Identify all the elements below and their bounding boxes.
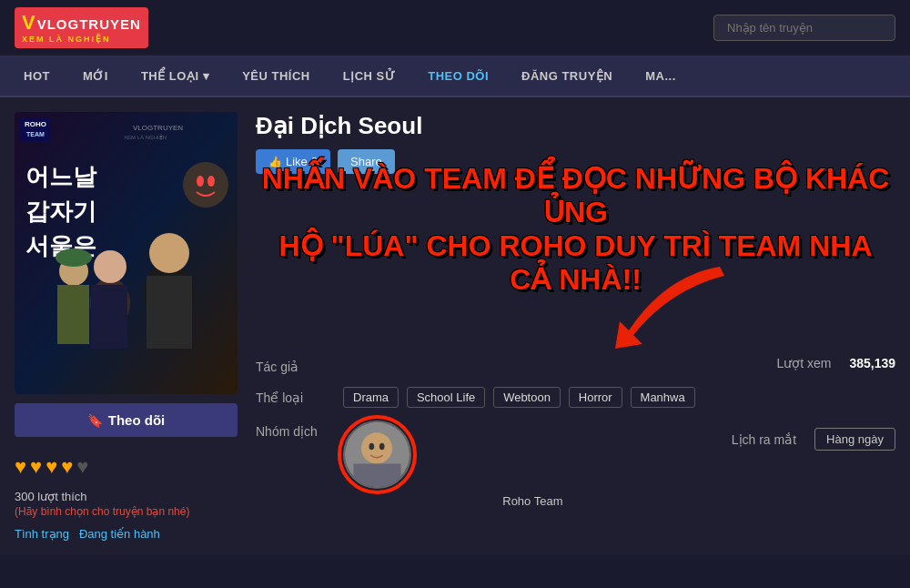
roho-badge: ROHO TEAM [20,117,51,140]
svg-rect-6 [147,276,192,349]
svg-text:VLOGTRUYEN: VLOGTRUYEN [133,124,183,132]
manga-title: Đại Dịch Seoul [256,112,895,140]
manga-cover: ROHO TEAM 어느날 갑자기 서울은 [15,112,238,394]
team-name: Roho Team [349,494,717,508]
left-panel: ROHO TEAM 어느날 갑자기 서울은 [15,112,238,541]
svg-point-8 [94,250,126,283]
right-panel: Đại Dịch Seoul 👍 Like 0 Share NHẤN VÀO T… [256,112,895,541]
nav-the-loai[interactable]: THỂ LOẠI ▾ [125,56,226,96]
tag-webtoon[interactable]: Webtoon [493,387,561,408]
info-section: Tác giả Lượt xem 385,139 Thể loại Drama … [256,356,895,508]
navigation: HOT MỚI THỂ LOẠI ▾ YÊU THÍCH LỊCH SỬ THE… [0,56,910,97]
nav-moi[interactable]: MỚI [66,56,125,96]
nhom-dich-area: Roho Team [343,421,717,508]
svg-point-19 [361,433,392,464]
luot-xem-value: 385,139 [849,356,895,370]
tac-gia-row: Tác giả Lượt xem 385,139 [256,356,895,374]
logo-main-text: VLOGTRUYEN [37,16,141,32]
nav-ma[interactable]: MA... [629,56,693,96]
svg-rect-12 [57,285,89,344]
nav-theo-doi[interactable]: THEO DÕI [411,56,505,96]
nav-hot[interactable]: HOT [7,56,66,96]
the-loai-row: Thể loại Drama School Life Webtoon Horro… [256,387,895,408]
nav-dang-truyen[interactable]: ĐĂNG TRUYỆN [505,56,629,96]
search-input[interactable] [713,15,895,41]
cover-svg: 어느날 갑자기 서울은 [15,112,238,394]
lich-ra-mat-label: Lịch ra mắt [732,432,796,447]
tac-gia-label: Tác giả [256,356,329,374]
svg-point-5 [149,233,189,273]
svg-point-13 [183,162,228,208]
share-button[interactable]: Share [338,149,395,174]
svg-point-21 [379,443,385,451]
svg-rect-9 [91,285,127,349]
theo-doi-button[interactable]: 🔖 Theo dõi [15,403,238,437]
svg-point-14 [197,176,204,187]
team-avatar-inner [345,422,410,487]
avatar-svg [345,421,410,489]
logo-v: V [22,11,35,34]
svg-text:갑자기: 갑자기 [25,198,96,225]
star-2[interactable]: ♥ [30,455,42,479]
svg-text:어느날: 어느날 [25,163,97,190]
nhom-dich-label: Nhóm dịch [256,421,329,439]
bookmark-icon: 🔖 [87,413,103,428]
nav-lich-su[interactable]: LỊCH SỬ [327,56,412,96]
action-buttons: 👍 Like 0 Share [256,149,895,174]
svg-text:XEM LÀ NGHIỆN: XEM LÀ NGHIỆN [124,134,167,141]
svg-rect-22 [353,464,400,490]
the-loai-label: Thể loại [256,387,329,405]
tag-manhwa[interactable]: Manhwa [631,387,695,408]
luot-xem-label: Lượt xem [776,356,831,370]
svg-point-11 [56,248,92,267]
main-content: ROHO TEAM 어느날 갑자기 서울은 [0,97,910,555]
like-button[interactable]: 👍 Like 0 [256,149,330,174]
promo-overlay: NHẤN VÀO TEAM ĐỂ ĐỌC NHỮNG BỘ KHÁC ỦNG H… [256,162,895,296]
tinh-trang-value: Đang tiến hành [79,527,160,541]
lich-ra-mat-area: Lịch ra mắt Hàng ngày [732,428,895,451]
lich-ra-mat-value: Hàng ngày [814,428,895,451]
svg-point-20 [369,443,375,451]
tinh-trang-label: Tình trạng [15,527,69,541]
logo-area[interactable]: VVLOGTRUYEN XEM LÀ NGHIỆN [15,7,148,48]
svg-point-15 [207,176,215,187]
tag-drama[interactable]: Drama [343,387,399,408]
tag-school[interactable]: School Life [407,387,485,408]
star-5[interactable]: ♥ [76,455,88,479]
like-label: Like [286,155,308,168]
luot-xem-area: Lượt xem 385,139 [776,356,895,370]
logo-box[interactable]: VVLOGTRUYEN XEM LÀ NGHIỆN [15,7,148,48]
tinh-trang: Tình trạng Đang tiến hành [15,527,238,541]
promo-line2: HỘ "LÚA" CHO ROHO DUY TRÌ TEAM NHA CẢ NH… [256,229,895,297]
stars-row: ♥ ♥ ♥ ♥ ♥ [15,448,238,486]
logo-sub-text: XEM LÀ NGHIỆN [22,35,141,45]
star-3[interactable]: ♥ [46,455,57,479]
nav-yeu-thich[interactable]: YÊU THÍCH [226,56,327,96]
thumbs-up-icon: 👍 [268,156,282,168]
star-4[interactable]: ♥ [61,455,73,479]
theo-doi-label: Theo dõi [108,412,166,428]
team-avatar[interactable] [343,421,411,489]
star-1[interactable]: ♥ [15,455,26,479]
votes-text: 300 lượt thích [15,490,238,503]
like-count: 0 [311,155,318,168]
nhom-dich-row: Nhóm dịch [256,421,895,508]
vote-link[interactable]: (Hãy bình chọn cho truyện bạn nhé) [15,505,238,518]
tags-area: Drama School Life Webtoon Horror Manhwa [343,387,895,408]
tag-horror[interactable]: Horror [569,387,622,408]
header: VVLOGTRUYEN XEM LÀ NGHIỆN [0,0,910,56]
